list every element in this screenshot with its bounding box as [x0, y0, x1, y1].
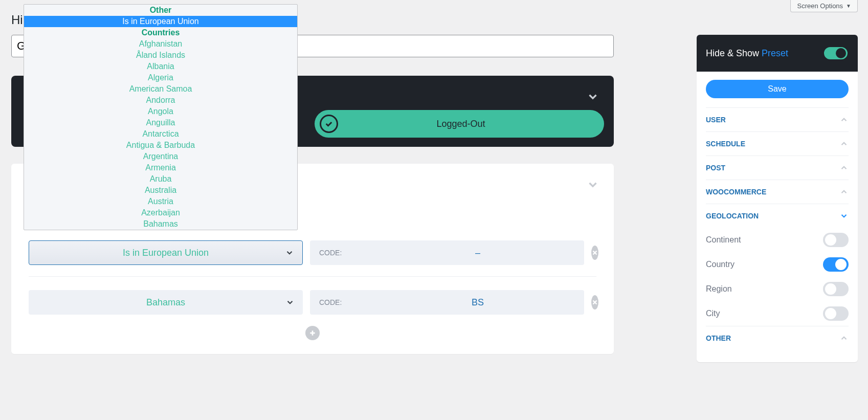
logged-out-label: Logged-Out [338, 119, 604, 129]
geo-country-row: Country [706, 252, 849, 277]
code-label: CODE: [310, 298, 371, 306]
select-value: Is in European Union [123, 248, 209, 258]
dropdown-option[interactable]: American Samoa [24, 83, 297, 95]
sidebar-title: Hide & Show Preset [706, 48, 788, 59]
section-post[interactable]: POST [706, 156, 849, 180]
continent-toggle[interactable] [823, 233, 849, 247]
dropdown-group-header: Other [24, 5, 297, 16]
logged-out-pill[interactable]: Logged-Out [315, 110, 604, 138]
check-circle-icon [320, 115, 338, 133]
dropdown-option[interactable]: Azerbaijan [24, 207, 297, 218]
dropdown-option[interactable]: Aruba [24, 173, 297, 185]
dropdown-option[interactable]: Algeria [24, 72, 297, 83]
code-label: CODE: [310, 249, 371, 257]
section-schedule[interactable]: SCHEDULE [706, 131, 849, 156]
dropdown-option[interactable]: Afghanistan [24, 38, 297, 50]
rule-row: Bahamas CODE: BS [29, 290, 596, 315]
dropdown-option[interactable]: Armenia [24, 162, 297, 173]
save-button[interactable]: Save [706, 80, 849, 98]
dropdown-option[interactable]: Åland Islands [24, 50, 297, 61]
settings-sidebar: Hide & Show Preset Save USER SCHEDULE PO… [697, 35, 858, 362]
chevron-up-icon [839, 334, 849, 343]
row-divider [29, 276, 596, 277]
dropdown-option[interactable]: Argentina [24, 151, 297, 162]
country-dropdown-list[interactable]: Other Is in European Union Countries Afg… [24, 4, 298, 230]
dropdown-option[interactable]: Andorra [24, 95, 297, 106]
dropdown-option[interactable]: Angola [24, 106, 297, 117]
select-value: Bahamas [146, 297, 185, 308]
chevron-down-icon [839, 211, 849, 220]
sidebar-body: Save USER SCHEDULE POST WOOCOMMERCE GEOL… [697, 72, 858, 362]
dropdown-option[interactable]: Australia [24, 185, 297, 196]
screen-options-button[interactable]: Screen Options ▼ [790, 0, 858, 12]
chevron-down-icon[interactable] [586, 90, 599, 103]
section-other[interactable]: OTHER [706, 326, 849, 350]
dropdown-option[interactable]: Antarctica [24, 128, 297, 140]
sidebar-header: Hide & Show Preset [697, 35, 858, 72]
chevron-up-icon [839, 187, 849, 196]
geo-city-row: City [706, 301, 849, 326]
code-display: CODE: – [310, 240, 584, 265]
section-geolocation[interactable]: GEOLOCATION [706, 204, 849, 228]
code-display: CODE: BS [310, 290, 584, 315]
preset-enabled-toggle[interactable] [823, 46, 849, 60]
dropdown-option[interactable]: Is in European Union [24, 16, 297, 27]
dropdown-option[interactable]: Austria [24, 196, 297, 207]
dropdown-option[interactable]: Anguilla [24, 117, 297, 128]
page-title: Hi [11, 13, 23, 27]
geo-continent-row: Continent [706, 228, 849, 252]
country-toggle[interactable] [823, 257, 849, 272]
city-toggle[interactable] [823, 306, 849, 321]
code-value: BS [371, 297, 584, 308]
country-select[interactable]: Is in European Union [29, 240, 303, 265]
dropdown-option[interactable]: Albania [24, 61, 297, 72]
section-woocommerce[interactable]: WOOCOMMERCE [706, 180, 849, 204]
dropdown-option[interactable]: Antigua & Barbuda [24, 140, 297, 151]
caret-down-icon: ▼ [846, 3, 851, 9]
rule-row: Is in European Union CODE: – [29, 240, 596, 265]
dropdown-option[interactable]: Bahamas [24, 218, 297, 230]
chevron-up-icon [839, 115, 849, 124]
chevron-down-icon[interactable] [586, 178, 599, 191]
chevron-down-icon [285, 298, 295, 307]
screen-options-label: Screen Options [797, 2, 843, 10]
region-toggle[interactable] [823, 282, 849, 296]
country-select[interactable]: Bahamas [29, 290, 303, 315]
remove-row-button[interactable] [591, 246, 598, 260]
section-user[interactable]: USER [706, 107, 849, 131]
geo-region-row: Region [706, 277, 849, 301]
chevron-down-icon [285, 248, 294, 257]
dropdown-group-header: Countries [24, 27, 297, 38]
remove-row-button[interactable] [591, 295, 598, 310]
chevron-up-icon [839, 139, 849, 148]
chevron-up-icon [839, 163, 849, 172]
code-value: – [371, 248, 584, 258]
add-row-button[interactable] [305, 326, 320, 340]
